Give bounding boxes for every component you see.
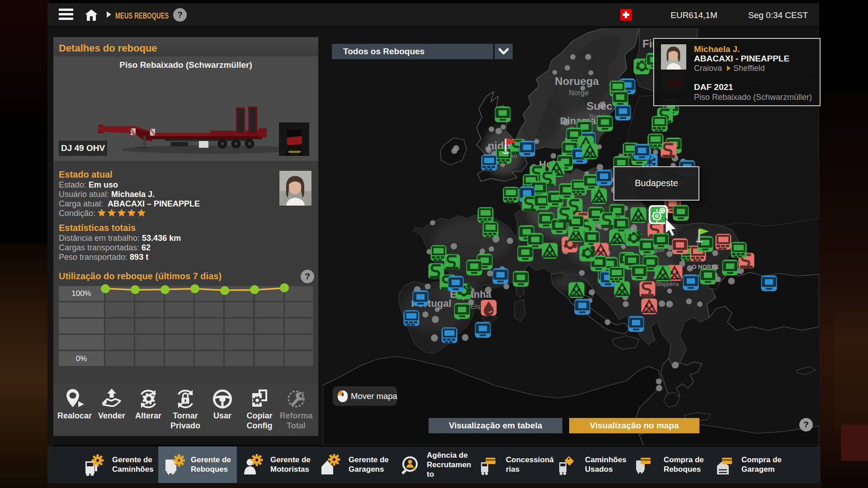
svg-text:Noruega: Noruega (555, 75, 599, 87)
svg-text:Suéc: Suéc (586, 100, 612, 112)
svg-text:Shqipëria: Shqipëria (656, 281, 679, 287)
svg-text:Norge: Norge (569, 89, 589, 97)
